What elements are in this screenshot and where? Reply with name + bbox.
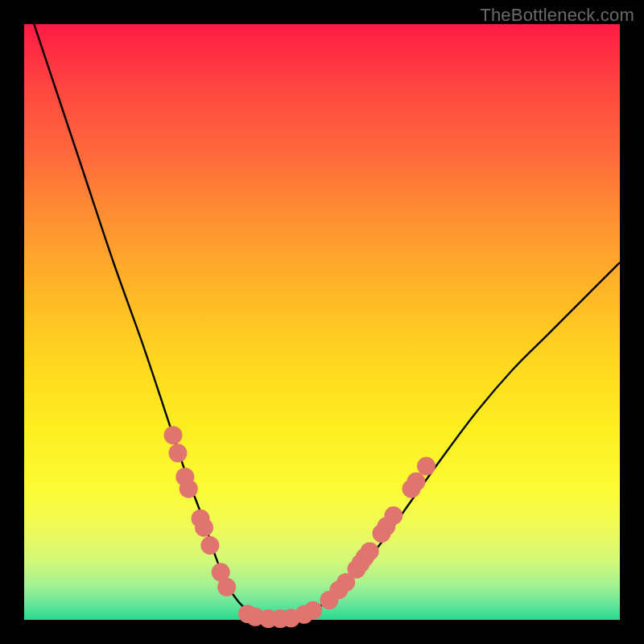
marker-dot [217, 578, 236, 597]
bottleneck-curve [24, 0, 620, 620]
chart-svg [24, 24, 620, 620]
chart-frame: TheBottleneck.com [0, 0, 644, 644]
marker-dot [164, 426, 183, 444]
plot-area [24, 24, 620, 620]
marker-dot [200, 536, 219, 555]
marker-dot [180, 480, 198, 498]
marker-dot [303, 601, 322, 620]
marker-dot [168, 444, 187, 462]
marker-dot [407, 473, 425, 491]
marker-dot [417, 457, 436, 476]
watermark-text: TheBottleneck.com [480, 5, 634, 26]
curve-layer [24, 0, 620, 620]
marker-dot [195, 518, 213, 537]
marker-dot [361, 542, 379, 560]
marker-dot [384, 506, 402, 525]
marker-layer [164, 426, 436, 628]
